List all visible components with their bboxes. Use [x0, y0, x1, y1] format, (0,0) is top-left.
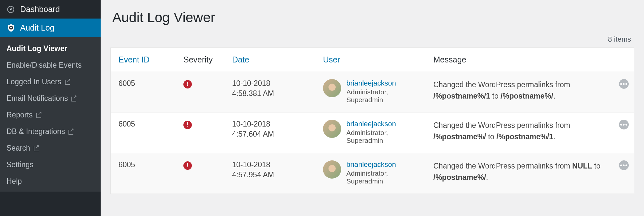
cell-actions: ••• — [611, 159, 634, 171]
sidebar-subitem-label: Search — [6, 144, 30, 153]
col-actions — [611, 53, 634, 57]
external-link-icon — [68, 129, 73, 135]
sidebar-submenu: Audit Log ViewerEnable/Disable EventsLog… — [0, 37, 101, 192]
date-day: 10-10-2018 — [232, 120, 307, 128]
cell-event-id: 6005 — [111, 78, 176, 89]
external-link-icon — [35, 112, 41, 118]
sidebar-subitem-audit-log-viewer[interactable]: Audit Log Viewer — [0, 40, 101, 57]
cell-event-id: 6005 — [111, 118, 176, 130]
svg-point-1 — [10, 9, 11, 10]
external-link-icon — [70, 96, 76, 101]
user-name-link[interactable]: brianleejackson — [346, 160, 418, 169]
sidebar-item-dashboard[interactable]: Dashboard — [0, 0, 101, 19]
dashboard-icon — [6, 5, 18, 14]
table-row: 6005!10-10-20184:57.954 AMbrianleejackso… — [111, 153, 634, 194]
admin-sidebar: Dashboard Audit Log Audit Log ViewerEnab… — [0, 0, 101, 216]
user-role: Administrator, Superadmin — [346, 129, 418, 144]
auditlog-icon — [6, 23, 18, 33]
avatar — [323, 79, 341, 97]
date-day: 10-10-2018 — [232, 160, 307, 169]
user-role: Administrator, Superadmin — [346, 88, 418, 104]
severity-critical-icon: ! — [183, 121, 192, 129]
date-time: 4:58.381 AM — [232, 89, 307, 98]
cell-severity: ! — [176, 159, 224, 171]
col-date[interactable]: Date — [224, 53, 315, 66]
avatar — [323, 160, 341, 179]
table-row: 6005!10-10-20184:57.604 AMbrianleejackso… — [111, 112, 634, 153]
cell-actions: ••• — [611, 118, 634, 131]
col-message: Message — [426, 53, 611, 66]
date-day: 10-10-2018 — [232, 79, 307, 88]
sidebar-subitem-settings[interactable]: Settings — [0, 156, 101, 173]
col-severity: Severity — [176, 53, 224, 66]
table-row: 6005!10-10-20184:58.381 AMbrianleejackso… — [111, 72, 634, 112]
date-time: 4:57.954 AM — [232, 170, 307, 179]
cell-severity: ! — [176, 118, 224, 130]
audit-log-table: Event ID Severity Date User Message 6005… — [110, 47, 634, 194]
avatar — [323, 120, 341, 138]
col-user[interactable]: User — [315, 53, 426, 66]
sidebar-subitem-label: Audit Log Viewer — [6, 44, 67, 53]
cell-user: brianleejacksonAdministrator, Superadmin — [315, 159, 426, 186]
cell-date: 10-10-20184:57.604 AM — [224, 118, 315, 140]
col-event-id[interactable]: Event ID — [111, 53, 176, 66]
sidebar-subitem-help[interactable]: Help — [0, 173, 101, 190]
items-count: 8 items — [110, 35, 631, 44]
cell-date: 10-10-20184:57.954 AM — [224, 159, 315, 181]
cell-message: Changed the WordPress permalinks from /%… — [426, 118, 611, 143]
sidebar-subitem-label: Logged In Users — [6, 77, 61, 86]
cell-severity: ! — [176, 78, 224, 90]
sidebar-item-audit-log[interactable]: Audit Log — [0, 19, 101, 37]
main-content: Audit Log Viewer 8 items Event ID Severi… — [101, 0, 644, 216]
cell-event-id: 6005 — [111, 159, 176, 170]
page-title: Audit Log Viewer — [112, 10, 634, 25]
user-name-link[interactable]: brianleejackson — [346, 79, 418, 88]
cell-date: 10-10-20184:58.381 AM — [224, 78, 315, 99]
sidebar-subitem-search[interactable]: Search — [0, 140, 101, 156]
sidebar-subitem-email-notifications[interactable]: Email Notifications — [0, 90, 101, 107]
row-more-button[interactable]: ••• — [619, 120, 629, 129]
sidebar-item-label: Dashboard — [20, 5, 60, 14]
severity-critical-icon: ! — [183, 80, 192, 88]
sidebar-subitem-label: Settings — [6, 160, 33, 169]
severity-critical-icon: ! — [183, 161, 192, 170]
sidebar-subitem-enable-disable-events[interactable]: Enable/Disable Events — [0, 57, 101, 74]
sidebar-subitem-db-integrations[interactable]: DB & Integrations — [0, 123, 101, 140]
cell-user: brianleejacksonAdministrator, Superadmin — [315, 78, 426, 105]
sidebar-subitem-label: DB & Integrations — [6, 127, 65, 136]
date-time: 4:57.604 AM — [232, 130, 307, 139]
sidebar-subitem-label: Enable/Disable Events — [6, 61, 81, 70]
sidebar-subitem-reports[interactable]: Reports — [0, 107, 101, 123]
table-header-row: Event ID Severity Date User Message — [111, 48, 634, 72]
sidebar-item-label: Audit Log — [20, 23, 55, 33]
cell-message: Changed the WordPress permalinks from /%… — [426, 78, 611, 103]
sidebar-subitem-logged-in-users[interactable]: Logged In Users — [0, 74, 101, 90]
svg-point-3 — [10, 27, 12, 28]
row-more-button[interactable]: ••• — [619, 160, 629, 170]
sidebar-subitem-label: Reports — [6, 111, 33, 119]
cell-message: Changed the WordPress permalinks from NU… — [426, 159, 611, 184]
external-link-icon — [33, 145, 39, 151]
external-link-icon — [64, 79, 70, 85]
cell-user: brianleejacksonAdministrator, Superadmin — [315, 118, 426, 146]
sidebar-subitem-label: Help — [6, 177, 22, 186]
user-role: Administrator, Superadmin — [346, 169, 418, 185]
cell-actions: ••• — [611, 78, 634, 90]
sidebar-subitem-label: Email Notifications — [6, 94, 68, 103]
row-more-button[interactable]: ••• — [619, 79, 629, 89]
user-name-link[interactable]: brianleejackson — [346, 120, 418, 128]
